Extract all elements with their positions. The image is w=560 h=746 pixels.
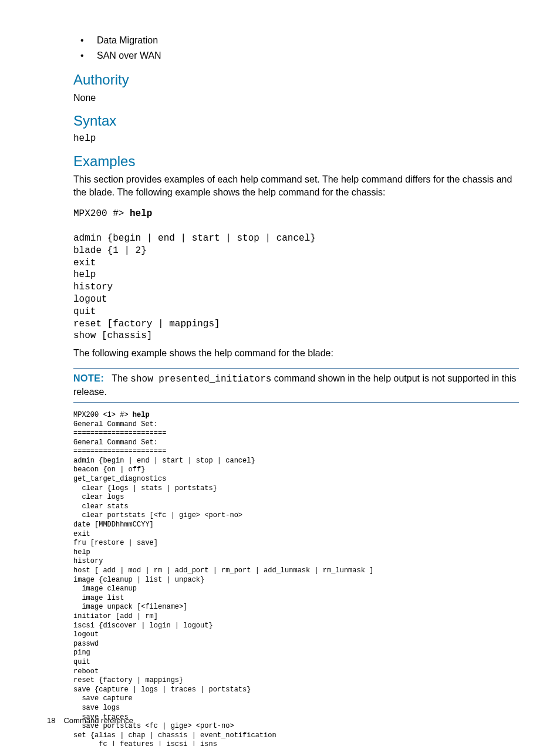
syntax-code: help [73,133,519,146]
document-page: Data Migration SAN over WAN Authority No… [0,0,560,746]
list-item: Data Migration [73,35,519,46]
note-block: NOTE: The show presented_initiators comm… [73,368,519,403]
code-block-chassis: MPX200 #> help admin {begin | end | star… [73,208,519,342]
footer-title: Command reference [63,716,133,725]
note-text: The [112,373,130,383]
bullet-list: Data Migration SAN over WAN [73,35,519,61]
section-heading-examples: Examples [73,153,519,170]
page-number: 18 [47,716,55,725]
page-footer: 18Command reference [47,716,133,725]
body-text: The following example shows the help com… [73,347,519,360]
note-label: NOTE: [73,373,104,383]
code-block-blade: MPX200 <1> #> help General Command Set: … [73,411,519,746]
section-heading-syntax: Syntax [73,113,519,129]
body-text: None [73,92,519,104]
note-code: show presented_initiators [130,374,271,384]
section-heading-authority: Authority [73,72,519,88]
body-text: This section provides examples of each h… [73,173,519,198]
list-item: SAN over WAN [73,50,519,61]
